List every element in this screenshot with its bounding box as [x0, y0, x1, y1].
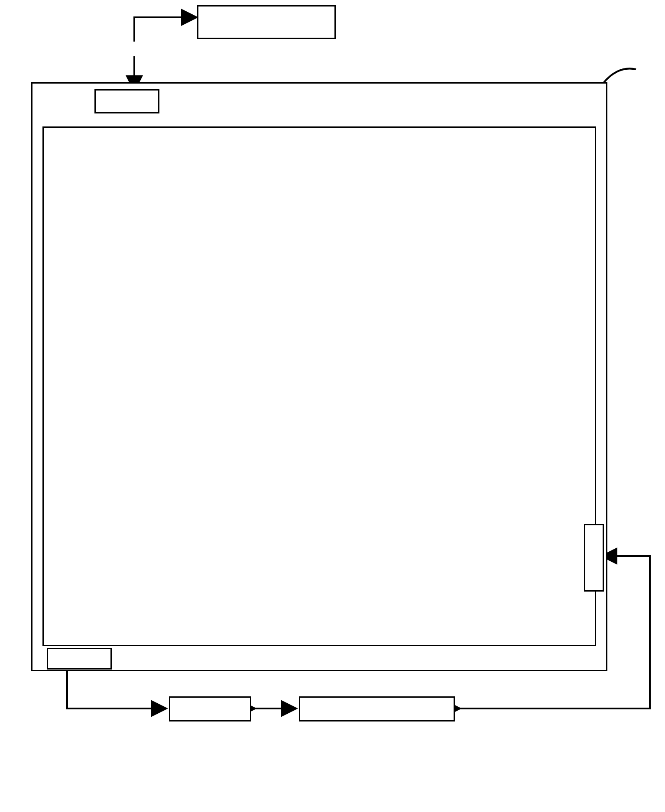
figure-canvas [0, 0, 665, 812]
noc-boundary [42, 126, 596, 646]
port-124-box [47, 648, 112, 670]
port-126-box [584, 524, 604, 592]
mmu-122-box [169, 696, 251, 721]
host-computer-box [197, 5, 336, 39]
offchip-memory-box [299, 696, 455, 721]
port-130-box [94, 89, 159, 113]
